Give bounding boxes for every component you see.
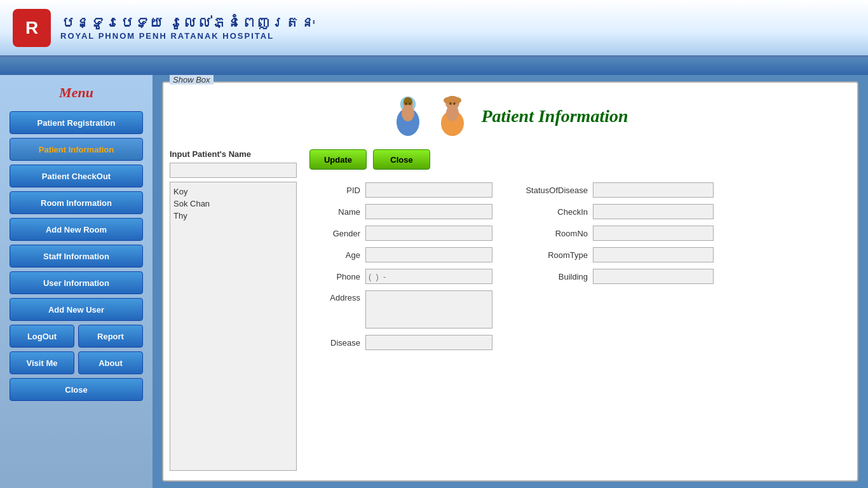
age-row: Age <box>309 247 492 262</box>
svg-point-4 <box>409 102 411 105</box>
building-input[interactable] <box>593 269 714 284</box>
show-box-label: Show Box <box>170 75 214 85</box>
sidebar-bottom-row1: LogOut Report <box>10 325 143 348</box>
action-buttons: Update Close <box>309 149 851 170</box>
address-label: Address <box>309 293 360 302</box>
show-box: Show Box <box>162 81 858 482</box>
list-item[interactable]: Koy <box>173 186 293 198</box>
roomno-row: RoomNo <box>512 226 714 241</box>
list-item[interactable]: Sok Chan <box>173 198 293 210</box>
pid-input[interactable] <box>365 182 492 198</box>
patient-info-header: Patient Information <box>170 95 851 137</box>
svg-point-12 <box>454 102 456 105</box>
patient-body: Input Patient's Name Koy Sok Chan Thy Up… <box>170 149 851 471</box>
list-item[interactable]: Thy <box>173 210 293 222</box>
roomtype-row: RoomType <box>512 247 714 262</box>
status-row: StatusOfDisease <box>512 182 714 198</box>
disease-input[interactable] <box>365 335 492 350</box>
content-area: Show Box <box>153 75 868 488</box>
sidebar-item-patient-checkout[interactable]: Patient CheckOut <box>10 165 143 187</box>
form-panel: Update Close PID Name <box>309 149 851 471</box>
hospital-name-english: ROYAL PHNOM PENH RATANAK HOSPITAL <box>60 31 315 41</box>
address-row: Address <box>309 290 492 329</box>
checkin-label: CheckIn <box>512 207 588 217</box>
disease-row: Disease <box>309 335 492 350</box>
disease-label: Disease <box>309 338 360 348</box>
report-button[interactable]: Report <box>78 325 143 348</box>
roomno-label: RoomNo <box>512 229 588 238</box>
logo-letter: R <box>25 18 38 38</box>
fields-layout: PID Name Gender <box>309 182 851 350</box>
pid-row: PID <box>309 182 492 198</box>
sidebar-item-add-new-room[interactable]: Add New Room <box>10 218 143 241</box>
age-input[interactable] <box>365 247 492 262</box>
hospital-name-khmer: បន្ទូរបេទ្យ រូលេល់ភ្នំពេញរតនៈ <box>60 15 315 31</box>
search-input[interactable] <box>170 163 297 178</box>
phone-label: Phone <box>309 272 360 281</box>
pid-label: PID <box>309 186 360 195</box>
building-label: Building <box>512 272 588 281</box>
name-input[interactable] <box>365 204 492 219</box>
male-person-icon <box>392 95 424 137</box>
phone-input[interactable] <box>365 269 492 284</box>
fields-left: PID Name Gender <box>309 182 492 350</box>
name-row: Name <box>309 204 492 219</box>
logo: R <box>13 9 51 47</box>
svg-point-6 <box>402 105 414 121</box>
svg-point-11 <box>450 102 452 105</box>
female-person-icon <box>437 95 468 137</box>
svg-point-2 <box>403 97 412 106</box>
logout-button[interactable]: LogOut <box>10 325 74 348</box>
main-layout: Menu Patient Registration Patient Inform… <box>0 75 868 488</box>
phone-row: Phone <box>309 269 492 284</box>
search-panel: Input Patient's Name Koy Sok Chan Thy <box>170 149 297 471</box>
sidebar-item-room-information[interactable]: Room Information <box>10 191 143 214</box>
svg-point-3 <box>405 102 407 105</box>
checkin-input[interactable] <box>593 204 714 219</box>
update-button[interactable]: Update <box>309 149 367 170</box>
patient-list[interactable]: Koy Sok Chan Thy <box>170 182 297 471</box>
sidebar-bottom-row2: Visit Me About <box>10 351 143 374</box>
roomno-input[interactable] <box>593 226 714 241</box>
sidebar-item-patient-information[interactable]: Patient Information <box>10 138 143 161</box>
close-button[interactable]: Close <box>10 378 143 401</box>
nav-bar <box>0 57 868 75</box>
checkin-row: CheckIn <box>512 204 714 219</box>
sidebar: Menu Patient Registration Patient Inform… <box>0 75 153 488</box>
svg-point-14 <box>446 105 459 121</box>
search-label: Input Patient's Name <box>170 149 297 159</box>
header: R បន្ទូរបេទ្យ រូលេល់ភ្នំពេញរតនៈ ROYAL PH… <box>0 0 868 57</box>
age-label: Age <box>309 250 360 260</box>
gender-label: Gender <box>309 229 360 238</box>
address-input[interactable] <box>365 290 492 329</box>
status-input[interactable] <box>593 182 714 198</box>
about-button[interactable]: About <box>78 351 143 374</box>
header-text: បន្ទូរបេទ្យ រូលេល់ភ្នំពេញរតនៈ ROYAL PHNO… <box>60 15 315 41</box>
page-title: Patient Information <box>481 106 628 126</box>
name-label: Name <box>309 207 360 217</box>
menu-title: Menu <box>59 85 93 101</box>
roomtype-input[interactable] <box>593 247 714 262</box>
sidebar-item-patient-registration[interactable]: Patient Registration <box>10 111 143 134</box>
gender-row: Gender <box>309 226 492 241</box>
sidebar-item-add-new-user[interactable]: Add New User <box>10 298 143 321</box>
form-close-button[interactable]: Close <box>373 149 430 170</box>
gender-input[interactable] <box>365 226 492 241</box>
building-row: Building <box>512 269 714 284</box>
visit-me-button[interactable]: Visit Me <box>10 351 74 374</box>
sidebar-item-user-information[interactable]: User Information <box>10 271 143 294</box>
fields-right: StatusOfDisease CheckIn RoomNo <box>512 182 714 350</box>
roomtype-label: RoomType <box>512 250 588 260</box>
sidebar-item-staff-information[interactable]: Staff Information <box>10 245 143 268</box>
status-label: StatusOfDisease <box>512 186 588 195</box>
